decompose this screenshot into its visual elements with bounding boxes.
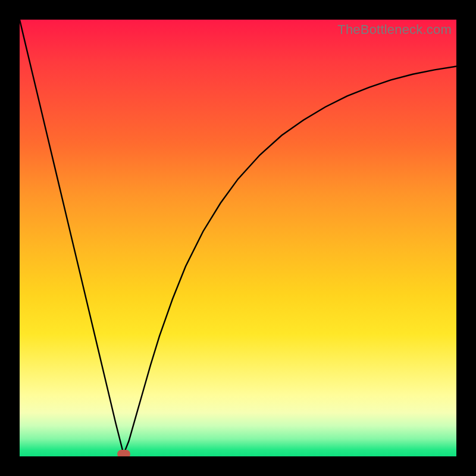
curve-left-branch <box>20 20 124 454</box>
curve-right-branch <box>124 67 456 455</box>
minimum-marker <box>117 450 130 456</box>
chart-frame: TheBottleneck.com <box>0 0 476 476</box>
bottleneck-curve-svg <box>20 20 456 456</box>
watermark-text: TheBottleneck.com <box>337 22 452 37</box>
plot-area: TheBottleneck.com <box>20 20 456 456</box>
